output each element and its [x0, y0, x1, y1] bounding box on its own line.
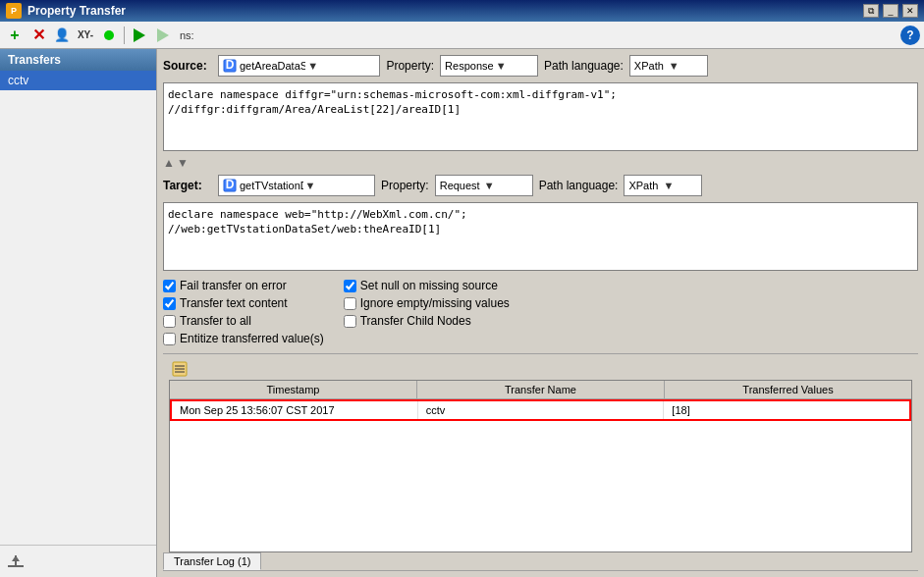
svg-rect-0 [8, 565, 24, 567]
green-dot-icon [104, 30, 114, 40]
target-property-value: Request [440, 180, 482, 191]
set-null-label[interactable]: Set null on missing source [360, 279, 498, 292]
entitize-label[interactable]: Entitize transferred value(s) [180, 332, 324, 345]
delete-button[interactable]: ✕ [27, 25, 49, 46]
source-dropdown-arrow: ▼ [305, 60, 375, 72]
transfer-child-label[interactable]: Transfer Child Nodes [360, 314, 471, 328]
source-ds-icon: D [223, 59, 237, 73]
ignore-empty-checkbox[interactable] [344, 297, 356, 310]
help-icon: ? [906, 28, 913, 42]
fail-transfer-checkbox[interactable] [163, 280, 176, 292]
play-icon [134, 28, 145, 42]
title-bar: P Property Transfer ⧉ _ ✕ [0, 0, 924, 22]
target-path-dropdown[interactable]: XPath ▼ [624, 175, 702, 196]
help-button[interactable]: ? [900, 26, 920, 45]
run-button[interactable] [129, 25, 150, 46]
checkbox-ignore-empty: Ignore empty/missing values [344, 296, 510, 310]
down-arrow-icon: ▼ [177, 156, 189, 170]
source-xpath-box[interactable]: declare namespace diffgr="urn:schemas-mi… [163, 82, 918, 151]
source-dropdown[interactable]: D getAreaDataSet - Requ... ▼ [218, 55, 380, 77]
target-path-arrow: ▼ [661, 180, 697, 191]
col-transferred-values: Transferred Values [665, 381, 911, 398]
transfer-text-checkbox[interactable] [163, 297, 176, 310]
log-table: Timestamp Transfer Name Transferred Valu… [169, 380, 912, 552]
transfer-all-checkbox[interactable] [163, 315, 176, 328]
xy-button[interactable]: XY- [75, 25, 96, 46]
set-null-checkbox[interactable] [344, 280, 356, 292]
checkbox-entitize: Entitize transferred value(s) [163, 332, 324, 345]
entitize-checkbox[interactable] [163, 333, 176, 345]
source-property-value: Response [445, 60, 494, 72]
target-dropdown[interactable]: D getTVstationDataSet -... ▼ [218, 175, 375, 196]
source-path-value: XPath [634, 60, 667, 72]
target-property-arrow: ▼ [482, 180, 528, 191]
checkbox-col-2: Set null on missing source Ignore empty/… [344, 279, 510, 345]
delete-icon: ✕ [32, 27, 45, 43]
target-path-language-label: Path language: [539, 179, 619, 192]
svg-text:D: D [226, 59, 235, 72]
table-row[interactable]: Mon Sep 25 13:56:07 CST 2017 cctv [18] [170, 399, 911, 421]
import-icon [6, 551, 26, 571]
target-property-label: Property: [381, 179, 429, 192]
col-timestamp: Timestamp [170, 381, 417, 398]
app-icon: P [6, 3, 22, 19]
target-label: Target: [163, 179, 212, 192]
checkboxes-row: Fail transfer on error Transfer text con… [163, 279, 918, 345]
play-dim-icon [157, 28, 169, 42]
log-svg-icon [171, 360, 189, 378]
import-button[interactable] [4, 550, 27, 573]
source-property-arrow: ▼ [494, 60, 533, 72]
table-header: Timestamp Transfer Name Transferred Valu… [170, 381, 911, 399]
source-property-dropdown[interactable]: Response ▼ [440, 55, 538, 77]
target-xpath-box[interactable]: declare namespace web="http://WebXml.com… [163, 202, 918, 271]
transfer-item-cctv[interactable]: cctv [0, 71, 156, 90]
minimize-button[interactable]: _ [883, 4, 898, 18]
checkbox-col-1: Fail transfer on error Transfer text con… [163, 279, 324, 345]
path-language-label: Path language: [544, 59, 624, 73]
source-path-dropdown[interactable]: XPath ▼ [629, 55, 708, 77]
target-path-value: XPath [628, 180, 661, 191]
property-label: Property: [386, 59, 434, 73]
transfer-all-label[interactable]: Transfer to all [180, 314, 251, 328]
user-icon: 👤 [54, 28, 70, 41]
ns-label: ns: [180, 29, 194, 41]
up-arrow-icon: ▲ [163, 156, 175, 170]
cell-timestamp: Mon Sep 25 13:56:07 CST 2017 [172, 401, 418, 419]
main-content: Transfers cctv Source: D getAreaDataSet … [0, 49, 924, 577]
resize-handle[interactable]: ▲ ▼ [163, 155, 918, 171]
source-label: Source: [163, 59, 212, 73]
left-panel-bottom [0, 545, 156, 577]
source-path-arrow: ▼ [667, 60, 703, 72]
log-tabs: Transfer Log (1) [163, 552, 918, 571]
source-row: Source: D getAreaDataSet - Requ... ▼ Pro… [163, 55, 918, 77]
checkbox-transfer-all: Transfer to all [163, 314, 324, 328]
transfer-log-tab[interactable]: Transfer Log (1) [163, 552, 261, 570]
log-icon-row [163, 354, 918, 380]
svg-text:D: D [226, 179, 235, 191]
cell-transfer-name: cctv [418, 401, 665, 419]
target-ds-icon: D [223, 179, 237, 192]
green-dot-button[interactable] [98, 25, 120, 46]
checkbox-transfer-text: Transfer text content [163, 296, 324, 310]
fail-transfer-label[interactable]: Fail transfer on error [180, 279, 287, 292]
source-dropdown-value: getAreaDataSet - Requ... [240, 60, 305, 72]
window-title: Property Transfer [27, 4, 126, 18]
user-button[interactable]: 👤 [51, 25, 73, 46]
window-controls: ⧉ _ ✕ [863, 4, 918, 18]
left-panel: Transfers cctv [0, 49, 157, 577]
transfer-text-label[interactable]: Transfer text content [180, 296, 288, 310]
ignore-empty-label[interactable]: Ignore empty/missing values [360, 296, 510, 310]
close-button[interactable]: ✕ [902, 4, 918, 18]
target-row: Target: D getTVstationDataSet -... ▼ Pro… [163, 175, 918, 196]
title-bar-left: P Property Transfer [6, 3, 126, 19]
cell-transferred-values: [18] [664, 401, 909, 419]
run-disabled-button[interactable] [152, 25, 174, 46]
transfer-child-checkbox[interactable] [344, 315, 356, 328]
target-property-dropdown[interactable]: Request ▼ [435, 175, 533, 196]
add-button[interactable]: + [4, 25, 26, 46]
restore-button[interactable]: ⧉ [863, 4, 879, 18]
transfers-header: Transfers [0, 49, 156, 71]
checkbox-set-null: Set null on missing source [344, 279, 510, 292]
separator-1 [124, 26, 125, 44]
add-icon: + [10, 27, 19, 43]
